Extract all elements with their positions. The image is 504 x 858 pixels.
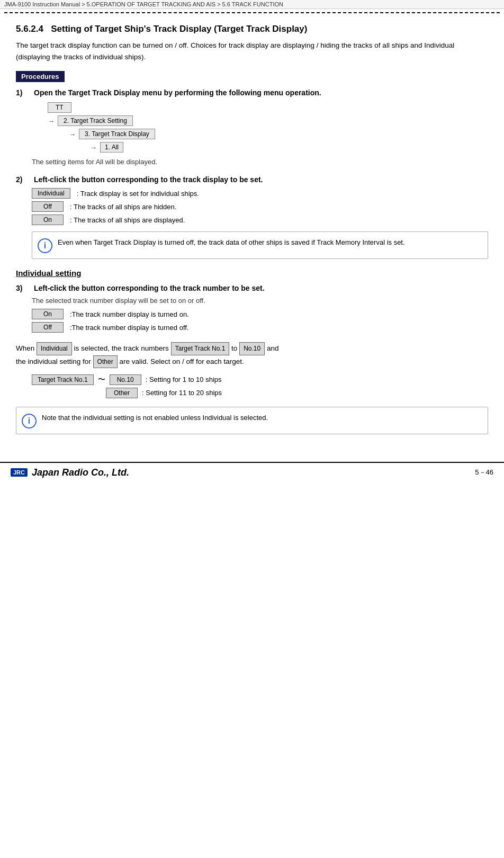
off-button[interactable]: Off [32,201,64,212]
target-track-display-btn[interactable]: 3. Target Track Display [79,129,155,139]
info-icon-1: i [38,238,52,253]
other-range-btn[interactable]: Other [106,388,138,398]
tilde-symbol: 〜 [98,375,105,385]
individual-option-row: Individual : Track display is set for in… [32,188,488,199]
range-row2-desc: : Setting for 11 to 20 ships [142,389,222,397]
procedures-badge: Procedures [16,71,65,82]
are-valid-text: are valid. Select on / off for each targ… [119,357,244,365]
intro-paragraph: The target track display function can be… [16,40,488,62]
off-track-desc: :The track number display is turned off. [70,324,188,332]
when-individual-section: When Individual is selected, the track n… [16,342,488,368]
step-3-number: 3) [16,284,29,292]
step-3-note: The selected track number display will b… [32,297,488,305]
step-1: 1) Open the Target Track Display menu by… [16,88,488,166]
individual-setting-heading: Individual setting [16,269,488,278]
jrc-badge: JRC [11,468,28,477]
breadcrumb: JMA-9100 Instruction Manual > 5.OPERATIO… [0,0,504,9]
step-1-number: 1) [16,88,29,97]
all-btn[interactable]: 1. All [100,142,123,153]
target-track-setting-btn[interactable]: 2. Target Track Setting [58,115,133,126]
to-text: to [231,344,237,352]
section-title: Setting of Target Ship's Track Display (… [51,24,307,34]
menu-navigation: TT → 2. Target Track Setting → 3. Target… [32,102,488,153]
on-button[interactable]: On [32,215,64,225]
off-track-button[interactable]: Off [32,322,64,333]
footer-page: 5－46 [475,468,493,477]
step-2-instruction: Left-click the button corresponding to t… [34,175,263,184]
target-track-no1-inline-btn[interactable]: Target Track No.1 [171,342,230,355]
dashed-divider [4,12,500,13]
target-track-no1-range-btn[interactable]: Target Track No.1 [32,374,94,385]
info-text-1: Even when Target Track Display is turned… [58,237,405,248]
section-number: 5.6.2.4 [16,24,43,34]
tt-button[interactable]: TT [48,102,71,113]
arrow-3: → [90,144,97,151]
on-option-row: On : The tracks of all ships are display… [32,215,488,225]
other-inline-btn[interactable]: Other [93,355,118,368]
info-box-2: i Note that the individual setting is no… [16,407,488,434]
info-text-2: Note that the individual setting is not … [42,413,268,423]
step-1-note: The setting items for All will be displa… [32,158,488,166]
footer-company: Japan Radio Co., Ltd. [32,467,129,478]
arrow-1: → [48,117,55,125]
track-range-row-2: Other : Setting for 11 to 20 ships [106,388,488,398]
on-track-desc: :The track number display is turned on. [70,310,189,318]
individual-inline-btn[interactable]: Individual [37,342,72,355]
step-3-instruction: Left-click the button corresponding to t… [34,284,265,292]
off-track-row: Off :The track number display is turned … [32,322,488,333]
on-track-button[interactable]: On [32,309,64,319]
footer: JRC Japan Radio Co., Ltd. 5－46 [0,462,504,482]
info-box-1: i Even when Target Track Display is turn… [32,231,488,259]
off-option-row: Off : The tracks of all ships are hidden… [32,201,488,212]
on-desc: : The tracks of all ships are displayed. [70,216,185,224]
no10-inline-btn[interactable]: No.10 [239,342,265,355]
individual-button[interactable]: Individual [32,188,70,199]
and-text: and [267,344,279,352]
step-1-instruction: Open the Target Track Display menu by pe… [34,88,321,97]
when-text-mid: is selected, the track numbers [74,344,169,352]
footer-logo: JRC Japan Radio Co., Ltd. [11,467,129,478]
no10-range-btn[interactable]: No.10 [110,374,141,385]
individual-desc: : Track display is set for individual sh… [77,190,199,198]
step-3: 3) Left-click the button corresponding t… [16,284,488,333]
section-heading: 5.6.2.4 Setting of Target Ship's Track D… [16,24,488,34]
when-text-post: the individual setting for [16,357,91,365]
step-2-number: 2) [16,175,29,184]
on-track-row: On :The track number display is turned o… [32,309,488,319]
arrow-2: → [69,130,76,138]
info-icon-2: i [22,414,37,428]
off-desc: : The tracks of all ships are hidden. [70,203,176,211]
range-row1-desc: : Setting for 1 to 10 ships [146,376,222,383]
when-text-pre: When [16,344,34,352]
step-2: 2) Left-click the button corresponding t… [16,175,488,259]
track-range-row-1: Target Track No.1 〜 No.10 : Setting for … [32,374,488,385]
